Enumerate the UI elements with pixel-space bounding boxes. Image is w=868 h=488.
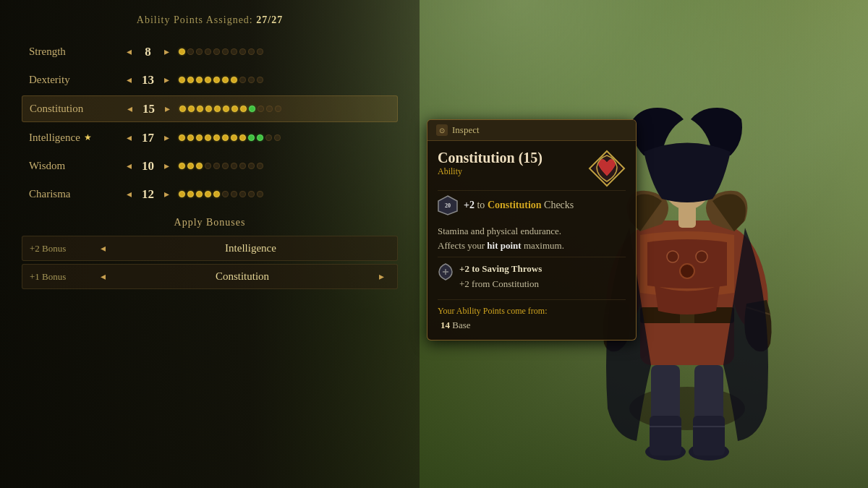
svg-point-0 [629, 387, 745, 430]
desc-part1: Stamina and physical endurance. [438, 226, 561, 236]
dot [265, 134, 272, 141]
ability-decrease-intelligence[interactable]: ◂ [123, 130, 135, 145]
dot [257, 48, 263, 55]
bonus-row-0: +2 Bonus◂Intelligence [22, 236, 398, 261]
dot [257, 163, 263, 169]
saving-throws-label: +2 to Saving Throws [459, 262, 542, 277]
ability-row-strength[interactable]: Strength◂8▸ [22, 39, 398, 64]
dot [248, 134, 255, 141]
ability-decrease-wisdom[interactable]: ◂ [123, 158, 135, 174]
desc-part3: maximum. [524, 240, 564, 251]
dot [179, 48, 185, 55]
bonus-value-0: Intelligence [111, 242, 390, 254]
bonus-arrow-left-1[interactable]: ◂ [95, 269, 111, 284]
dice-stat-row: 20 +2 to Constitution Checks [438, 190, 626, 220]
svg-text:20: 20 [445, 202, 451, 209]
dot [222, 191, 229, 197]
ability-increase-dexterity[interactable]: ▸ [161, 72, 173, 87]
ability-row-dexterity[interactable]: Dexterity◂13▸ [22, 67, 398, 93]
dot [205, 191, 211, 197]
ability-increase-charisma[interactable]: ▸ [161, 187, 173, 202]
panel-title-row: Constitution (15) Ability [438, 150, 626, 187]
saving-throws-row: +2 to Saving Throws +2 from Constitution [438, 257, 626, 296]
bonus-arrow-left-0[interactable]: ◂ [95, 241, 111, 256]
ability-name-strength: Strength [29, 46, 123, 58]
ability-name-charisma: Charisma [29, 188, 123, 200]
bonus-row-1: +1 Bonus◂Constitution▸ [22, 264, 398, 289]
dice-stat-text: +2 to Constitution Checks [464, 199, 574, 212]
dot [205, 163, 211, 169]
desc-part2: Affects your [438, 240, 485, 251]
dot [196, 134, 203, 141]
shield-icon [438, 263, 454, 281]
dot [213, 163, 220, 169]
dot [222, 134, 229, 141]
dot [179, 134, 185, 141]
ability-decrease-constitution[interactable]: ◂ [124, 101, 136, 116]
dice-to: to [477, 200, 487, 210]
ability-dots-intelligence [179, 134, 281, 141]
ability-description: Stamina and physical endurance. Affects … [438, 224, 626, 252]
ability-row-wisdom[interactable]: Wisdom◂10▸ [22, 153, 398, 179]
ability-row-intelligence[interactable]: Intelligence ★◂17▸ [22, 125, 398, 150]
dot [187, 48, 194, 55]
ability-points-value: 27/27 [256, 14, 283, 25]
dot [213, 77, 220, 83]
dot [205, 106, 212, 112]
dot [239, 48, 246, 55]
bonus-arrow-right-1[interactable]: ▸ [373, 269, 390, 284]
ability-row-charisma[interactable]: Charisma◂12▸ [22, 181, 398, 207]
inspect-button[interactable]: ⊙ Inspect [427, 120, 636, 141]
bonus-label-1: +1 Bonus [30, 271, 95, 283]
apply-bonuses-header: Apply Bonuses [22, 217, 398, 228]
ability-decrease-strength[interactable]: ◂ [123, 44, 135, 59]
dice-checks: Checks [544, 200, 574, 210]
ability-increase-constitution[interactable]: ▸ [161, 101, 174, 116]
ability-decrease-charisma[interactable]: ◂ [123, 187, 135, 202]
dot [240, 106, 247, 112]
bonus-label-0: +2 Bonus [30, 243, 95, 254]
info-panel: ⊙ Inspect Constitution (15) Ability [427, 119, 637, 341]
ability-increase-intelligence[interactable]: ▸ [161, 130, 173, 145]
camera-icon: ⊙ [436, 124, 448, 136]
panel-subtitle: Ability [438, 166, 542, 177]
dot [231, 134, 237, 141]
ability-value-intelligence: 17 [135, 131, 161, 145]
dot [231, 191, 237, 197]
ability-increase-strength[interactable]: ▸ [161, 44, 173, 59]
panel-title: Constitution (15) [438, 150, 542, 166]
source-section: Your Ability Points come from: 14 Base [438, 299, 626, 331]
dot [231, 163, 237, 169]
saving-throws-source: +2 from Constitution [459, 277, 542, 292]
ability-points-label: Ability Points Assigned: [137, 14, 253, 25]
ability-dots-strength [179, 48, 263, 55]
ability-dots-constitution [179, 106, 281, 112]
ability-dots-dexterity [179, 77, 263, 83]
dot [239, 163, 246, 169]
ability-value-wisdom: 10 [135, 159, 161, 174]
ability-row-constitution[interactable]: Constitution◂15▸ [22, 95, 398, 122]
dot [196, 48, 203, 55]
dot [239, 191, 246, 197]
ability-increase-wisdom[interactable]: ▸ [161, 158, 173, 174]
dot [222, 163, 229, 169]
abilities-list: Strength◂8▸Dexterity◂13▸Constitution◂15▸… [22, 39, 398, 207]
ability-decrease-dexterity[interactable]: ◂ [123, 72, 135, 87]
dot [222, 77, 229, 83]
dot [248, 191, 255, 197]
dot [222, 48, 229, 55]
dot [197, 106, 203, 112]
dot [231, 48, 237, 55]
dot [179, 163, 185, 169]
dot [187, 77, 194, 83]
dot [223, 106, 229, 112]
dot [196, 191, 203, 197]
dice-icon: 20 [438, 195, 458, 215]
dot [179, 191, 185, 197]
dice-plus: +2 [464, 200, 477, 210]
dot [239, 134, 246, 141]
dot [231, 106, 238, 112]
ability-value-constitution: 15 [136, 102, 161, 116]
dot [275, 106, 281, 112]
star-icon: ★ [84, 132, 92, 143]
